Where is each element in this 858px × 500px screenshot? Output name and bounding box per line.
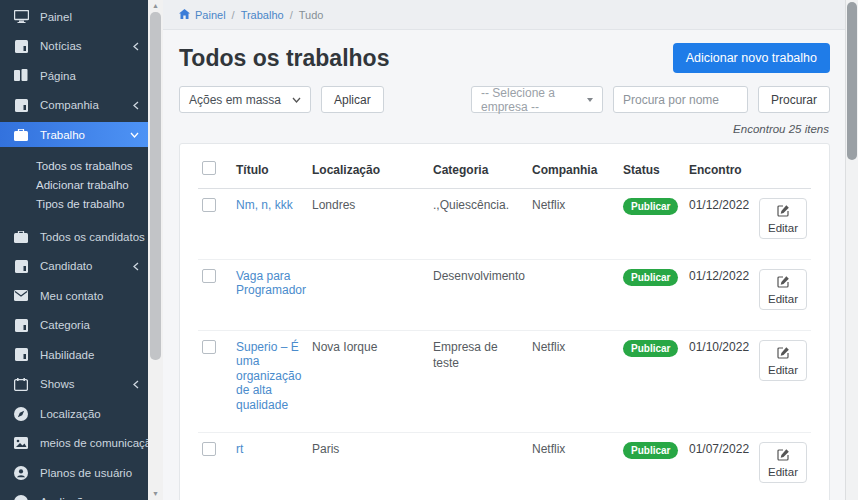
compass-icon	[13, 407, 29, 421]
calendar-icon	[13, 378, 29, 391]
edit-icon	[777, 448, 790, 463]
job-title-link[interactable]: Nm, n, kkk	[236, 198, 293, 212]
sidebar-subitem-todos-os-trabalhos[interactable]: Todos os trabalhos	[0, 156, 148, 175]
row-checkbox[interactable]	[202, 198, 216, 212]
sidebar-item-trabalho[interactable]: Trabalho	[0, 122, 148, 147]
main-area: Painel / Trabalho / Tudo Todos os trabal…	[163, 0, 845, 500]
sidebar-scrollbar[interactable]: ▲ ▼	[148, 0, 163, 500]
page-scrollbar-thumb[interactable]	[847, 2, 857, 160]
sidebar-subitem-label: Todos os trabalhos	[36, 160, 133, 172]
sidebar-subitem-adicionar-trabalho[interactable]: Adicionar trabalho	[0, 175, 148, 194]
table-row: rt Paris Netflix Publicar 01/07/2022 Edi…	[198, 432, 811, 500]
sidebar-item-localizacao[interactable]: Localização	[0, 399, 148, 429]
scroll-up-icon[interactable]: ▲	[148, 2, 163, 10]
sidebar-item-pagina[interactable]: Página	[0, 61, 148, 91]
chevron-left-icon	[133, 101, 139, 110]
chevron-down-icon	[130, 132, 139, 138]
sidebar-item-label: Trabalho	[40, 129, 85, 141]
sidebar-item-label: Todos os candidatos	[40, 231, 145, 243]
user-circle-icon	[13, 466, 29, 480]
job-title-link[interactable]: Vaga para Programador	[236, 269, 306, 298]
sidebar-item-label: Candidato	[40, 260, 92, 272]
sidebar-item-label: Shows	[40, 378, 75, 390]
sidebar-item-label: Companhia	[40, 99, 99, 111]
job-company: Netflix	[528, 331, 619, 433]
sidebar-item-candidato[interactable]: Candidato	[0, 252, 148, 282]
apply-button[interactable]: Aplicar	[321, 86, 384, 113]
column-header-actions	[755, 146, 811, 189]
company-select[interactable]: -- Selecione a empresa --	[471, 86, 603, 113]
edit-button[interactable]: Editar	[759, 340, 807, 381]
sidebar-item-label: Página	[40, 70, 76, 82]
sidebar-item-painel[interactable]: Painel	[0, 2, 148, 32]
sidebar-item-shows[interactable]: Shows	[0, 370, 148, 400]
edit-icon	[777, 346, 790, 361]
add-job-button[interactable]: Adicionar novo trabalho	[673, 43, 830, 73]
table-row: Superio – É uma organização de alta qual…	[198, 331, 811, 433]
circle-icon	[13, 495, 29, 500]
page-title: Todos os trabalhos	[179, 45, 389, 72]
search-input[interactable]	[613, 86, 748, 113]
breadcrumb-painel-link[interactable]: Painel	[179, 9, 226, 21]
job-category: Empresa de teste	[429, 331, 528, 433]
page-scrollbar[interactable]	[845, 0, 858, 500]
job-company	[528, 260, 619, 331]
row-checkbox[interactable]	[202, 340, 216, 354]
news-icon	[13, 40, 29, 53]
briefcase-icon	[13, 231, 29, 243]
sidebar-item-avaliacoes[interactable]: Avaliações	[0, 488, 148, 500]
sidebar-subitem-label: Adicionar trabalho	[36, 179, 129, 191]
sidebar-item-label: Notícias	[40, 40, 82, 52]
sidebar-item-categoria[interactable]: Categoria	[0, 311, 148, 341]
row-checkbox[interactable]	[202, 269, 216, 283]
sidebar-item-planos-de-usuario[interactable]: Planos de usuário	[0, 458, 148, 488]
chevron-down-icon	[292, 97, 301, 103]
bulk-actions-select[interactable]: Ações em massa	[179, 86, 311, 113]
search-button[interactable]: Procurar	[758, 86, 830, 113]
breadcrumb-separator: /	[290, 9, 293, 21]
jobs-table: Título Localização Categoria Companhia S…	[198, 146, 811, 500]
sidebar-submenu: Todos os trabalhos Adicionar trabalho Ti…	[0, 149, 148, 222]
edit-button[interactable]: Editar	[759, 269, 807, 310]
job-location	[308, 260, 429, 331]
id-card-icon	[13, 260, 29, 273]
select-all-checkbox[interactable]	[202, 161, 216, 175]
row-checkbox[interactable]	[202, 442, 216, 456]
sidebar-item-label: Categoria	[40, 319, 90, 331]
sidebar-subitem-tipos-de-trabalho[interactable]: Tipos de trabalho	[0, 194, 148, 213]
breadcrumb-separator: /	[232, 9, 235, 21]
edit-icon	[777, 204, 790, 219]
sidebar-item-noticias[interactable]: Notícias	[0, 32, 148, 62]
sidebar-item-meios-de-comunicacao[interactable]: meios de comunicação	[0, 429, 148, 459]
edit-button-label: Editar	[768, 364, 798, 376]
job-title-link[interactable]: Superio – É uma organização de alta qual…	[236, 340, 304, 412]
sidebar-scrollbar-thumb[interactable]	[150, 12, 161, 360]
sidebar-item-label: Habilidade	[40, 349, 94, 361]
sidebar-item-todos-os-candidatos[interactable]: Todos os candidatos	[0, 222, 148, 252]
sidebar-item-habilidade[interactable]: Habilidade	[0, 340, 148, 370]
job-category: Desenvolvimento	[429, 260, 528, 331]
jobs-table-card: Título Localização Categoria Companhia S…	[179, 143, 830, 500]
edit-icon	[777, 275, 790, 290]
scroll-down-icon[interactable]: ▼	[148, 490, 163, 498]
sidebar-item-companhia[interactable]: Companhia	[0, 91, 148, 121]
chevron-left-icon	[133, 42, 139, 51]
column-header-companhia: Companhia	[528, 146, 619, 189]
job-date: 01/12/2022	[685, 189, 755, 260]
briefcase-icon	[13, 129, 29, 141]
edit-button-label: Editar	[768, 222, 798, 234]
edit-button[interactable]: Editar	[759, 198, 807, 239]
status-badge: Publicar	[623, 442, 678, 459]
breadcrumb-trabalho-link[interactable]: Trabalho	[241, 9, 284, 21]
job-company: Netflix	[528, 189, 619, 260]
sidebar-item-meu-contato[interactable]: Meu contato	[0, 281, 148, 311]
envelope-icon	[13, 290, 29, 301]
status-badge: Publicar	[623, 198, 678, 215]
sidebar-item-label: meios de comunicação	[40, 437, 158, 449]
job-category: .,Quiescência.	[429, 189, 528, 260]
job-title-link[interactable]: rt	[236, 442, 243, 456]
column-header-titulo: Título	[232, 146, 308, 189]
id-card-icon	[13, 319, 29, 332]
edit-button[interactable]: Editar	[759, 442, 807, 483]
results-count: Encontrou 25 itens	[179, 123, 829, 135]
